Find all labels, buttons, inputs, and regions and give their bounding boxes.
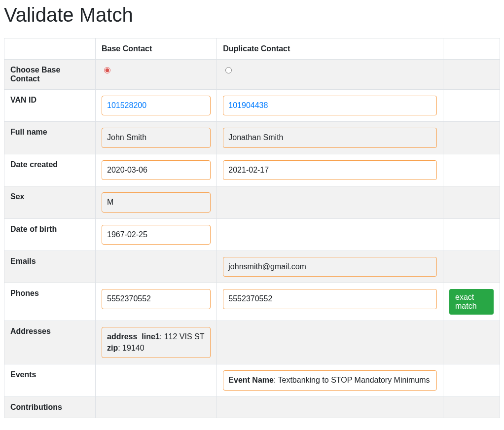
- row-label: Addresses: [4, 321, 96, 364]
- row-events: Events Event Name: Textbanking to STOP M…: [4, 364, 500, 396]
- row-label: Phones: [4, 283, 96, 321]
- row-emails: Emails johnsmith@gmail.com: [4, 251, 500, 283]
- phone-dup: 5552370552: [223, 289, 437, 309]
- row-label: Contributions: [4, 396, 96, 418]
- row-label: Full name: [4, 122, 96, 154]
- row-van-id: VAN ID 101528200 101904438: [4, 90, 500, 122]
- choose-duplicate-radio[interactable]: [225, 67, 232, 73]
- row-date-created: Date created 2020-03-06 2021-02-17: [4, 154, 500, 186]
- address-base: address_line1: 112 VIS ST zip: 19140: [102, 327, 211, 358]
- row-label: VAN ID: [4, 90, 96, 122]
- row-choose-base: Choose Base Contact: [4, 60, 500, 90]
- header-duplicate: Duplicate Contact: [217, 38, 443, 60]
- full-name-base: John Smith: [102, 128, 211, 147]
- van-id-dup-link[interactable]: 101904438: [223, 96, 437, 115]
- header-empty: [4, 38, 96, 60]
- address-zip-val: : 19140: [118, 344, 144, 352]
- phone-match-badge: exact match: [449, 289, 494, 315]
- event-dup: Event Name: Textbanking to STOP Mandator…: [223, 370, 437, 390]
- event-name-key: Event Name: [228, 376, 274, 384]
- date-created-base: 2020-03-06: [102, 160, 211, 180]
- phone-base: 5552370552: [102, 289, 211, 309]
- header-base: Base Contact: [96, 38, 217, 60]
- row-contributions: Contributions: [4, 396, 500, 418]
- page-title: Validate Match: [4, 4, 500, 26]
- address-zip-key: zip: [107, 344, 118, 352]
- van-id-base-link[interactable]: 101528200: [102, 96, 211, 115]
- dob-base: 1967-02-25: [102, 225, 211, 245]
- row-label: Emails: [4, 251, 96, 283]
- full-name-dup: Jonathan Smith: [223, 128, 437, 147]
- address-line1-key: address_line1: [107, 332, 160, 341]
- row-addresses: Addresses address_line1: 112 VIS ST zip:…: [4, 321, 500, 364]
- choose-base-radio[interactable]: [104, 67, 110, 73]
- comparison-table: Base Contact Duplicate Contact Choose Ba…: [4, 38, 500, 418]
- event-name-val: : Textbanking to STOP Mandatory Minimums: [274, 376, 430, 384]
- row-dob: Date of birth 1967-02-25: [4, 218, 500, 251]
- date-created-dup: 2021-02-17: [223, 160, 437, 180]
- header-match: [443, 38, 500, 60]
- row-label: Choose Base Contact: [4, 60, 96, 90]
- sex-base: M: [102, 192, 211, 212]
- row-phones: Phones 5552370552 5552370552 exact match: [4, 283, 500, 321]
- address-line1-val: : 112 VIS ST: [160, 332, 205, 341]
- row-sex: Sex M: [4, 186, 500, 218]
- row-label: Sex: [4, 186, 96, 218]
- row-label: Events: [4, 364, 96, 396]
- row-full-name: Full name John Smith Jonathan Smith: [4, 122, 500, 154]
- row-label: Date created: [4, 154, 96, 186]
- email-dup: johnsmith@gmail.com: [223, 257, 437, 277]
- row-label: Date of birth: [4, 218, 96, 251]
